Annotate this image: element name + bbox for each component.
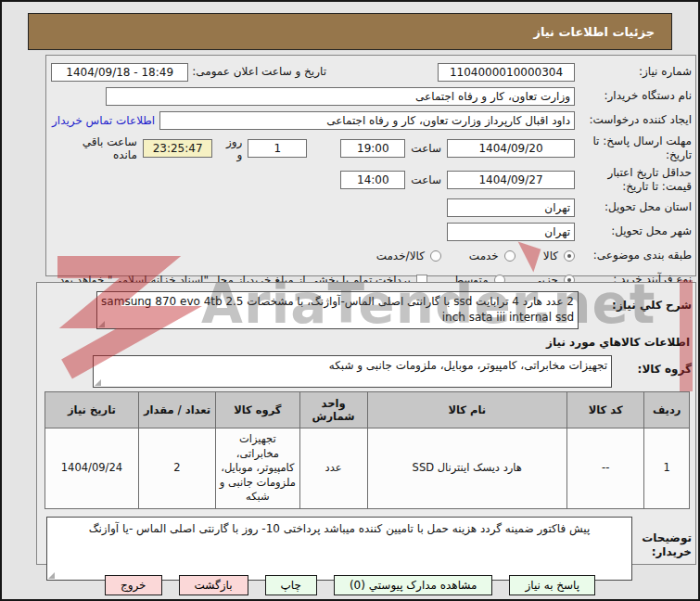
radio-icon[interactable] [430,250,441,262]
province-label: استان محل تحویل: [575,200,692,213]
action-button[interactable]: چاپ [265,575,317,595]
radio-option[interactable]: کالا/خدمت [376,249,441,262]
radio-option-label: کالا/خدمت [376,249,425,262]
action-button-row: پاسخ به نیازمشاهده مدارک پیوستي (0)چاپبا… [2,575,698,595]
goods-group-row: گروه کالا: تجهیزات مخابراتی، کامپیوتر، م… [43,355,692,388]
goods-table-column-header: ردیف [644,392,690,428]
general-description-row: شرح کلي نیاز: 2 عدد هارد 4 ترابایت ssd ب… [43,291,692,329]
goods-group-textarea[interactable]: تجهیزات مخابراتی، کامپیوتر، موبایل، ملزو… [93,355,612,388]
announce-datetime-input[interactable] [51,63,188,82]
buyer-org-row: نام دستگاه خریدار: [52,85,692,107]
goods-table-body: 1--هارد دیسک اینترنال SSDعددتجهیزات مخاب… [45,428,690,509]
buyer-org-label: نام دستگاه خریدار: [575,89,692,102]
city-input[interactable] [447,223,575,241]
goods-table-column-header: گروه کالا [216,392,299,428]
table-row: 1--هارد دیسک اینترنال SSDعددتجهیزات مخاب… [45,428,690,509]
buyer-org-input[interactable] [106,87,575,106]
goods-table-column-header: نام کالا [367,392,566,428]
buyer-notes-row: توضیحات خریدار: پیش فاکتور ضمینه گردد هز… [43,517,692,581]
need-details-page: جزئیات اطلاعات نیاز شماره نیاز: تاریخ و … [0,0,700,601]
reply-deadline-time-input[interactable] [340,139,405,158]
province-row: استان محل تحویل: [52,197,692,218]
buyer-notes-label: توضیحات خریدار: [636,517,692,559]
need-number-row: شماره نیاز: تاریخ و ساعت اعلان عمومی: [52,61,692,83]
general-description-textarea[interactable]: 2 عدد هارد 4 ترابایت ssd با گارانتی اصلی… [96,291,579,329]
reply-deadline-date-input[interactable] [447,139,575,158]
goods-table-column-header: واحد شمارش [299,392,367,428]
classification-radio-group: کالاخدمتکالا/خدمت [376,249,575,262]
radio-icon[interactable] [564,250,575,262]
city-label: شهر محل تحویل: [575,224,692,237]
page-title-bar: جزئیات اطلاعات نیاز [28,13,672,50]
need-info-panel: شماره نیاز: تاریخ و ساعت اعلان عمومی: نا… [45,55,696,276]
announce-datetime-label: تاریخ و ساعت اعلان عمومی: [188,65,326,78]
days-remaining-label: روز و [218,135,242,161]
general-description-label: شرح کلي نیاز: [603,291,692,313]
table-cell: -- [566,428,643,509]
need-number-input[interactable] [438,63,575,82]
price-validity-date-input[interactable] [447,171,575,189]
radio-option[interactable]: کالا [543,249,575,262]
table-cell: تجهیزات مخابراتی، کامپیوتر، موبایل، ملزو… [216,428,299,509]
province-input[interactable] [447,198,575,217]
buyer-contact-link[interactable]: اطلاعات تماس خریدار [52,114,155,127]
request-creator-input[interactable] [159,111,575,130]
action-button[interactable]: بازگشت [179,575,248,595]
goods-table: ردیفکد کالانام کالاواحد شمارشگروه کالاتع… [45,391,690,509]
action-button[interactable]: پاسخ به نیاز [509,575,595,595]
price-validity-label: حداقل تاریخ اعتبار قیمت: تا تاریخ: [575,166,692,193]
buyer-notes-textarea[interactable]: پیش فاکتور ضمینه گردد هزینه حمل با تامیی… [46,517,632,581]
radio-icon[interactable] [504,250,515,262]
goods-section-title: اطلاعات کالاهاي مورد نیاز [45,336,690,349]
radio-option[interactable]: خدمت [469,249,515,262]
reply-deadline-label: مهلت ارسال پاسخ: تا تاریخ: [575,134,692,161]
reply-deadline-row: مهلت ارسال پاسخ: تا تاریخ: ساعت روز و 23… [52,134,692,162]
days-remaining-input[interactable] [248,139,307,158]
price-validity-row: حداقل تاریخ اعتبار قیمت: تا تاریخ: ساعت [52,165,692,194]
table-cell: 2 [138,428,215,509]
table-cell: هارد دیسک اینترنال SSD [367,428,566,509]
countdown-label: ساعت باقي مانده [57,135,137,161]
goods-table-column-header: تعداد / مقدار [138,392,215,428]
classification-row: طبقه بندی موضوعی: کالاخدمتکالا/خدمت [52,245,692,266]
table-cell: 1 [644,428,690,509]
table-cell: 1404/09/24 [45,428,139,509]
radio-option-label: خدمت [469,249,499,262]
goods-group-label: گروه کالا: [636,355,692,377]
countdown-timer: 23:25:47 [143,139,212,158]
city-row: شهر محل تحویل: [52,221,692,242]
reply-hour-label: ساعت [411,142,441,155]
action-button[interactable]: مشاهده مدارک پیوستي (0) [334,575,493,595]
page-title: جزئیات اطلاعات نیاز [533,25,655,39]
classification-label: طبقه بندی موضوعی: [575,249,692,262]
goods-table-column-header: تاریخ نیاز [45,392,139,428]
request-creator-row: ایجاد کننده درخواست: اطلاعات تماس خریدار [52,109,692,131]
request-creator-label: ایجاد کننده درخواست: [575,113,692,126]
radio-option-label: کالا [543,249,558,262]
goods-table-header: ردیفکد کالانام کالاواحد شمارشگروه کالاتع… [45,392,690,428]
action-button[interactable]: خروج [105,575,162,595]
table-cell: عدد [299,428,367,509]
price-validity-hour-label: ساعت [411,173,441,186]
goods-table-column-header: کد کالا [566,392,643,428]
need-description-panel: شرح کلي نیاز: 2 عدد هارد 4 ترابایت ssd ب… [36,282,696,565]
need-number-label: شماره نیاز: [575,65,692,78]
price-validity-time-input[interactable] [340,171,405,189]
